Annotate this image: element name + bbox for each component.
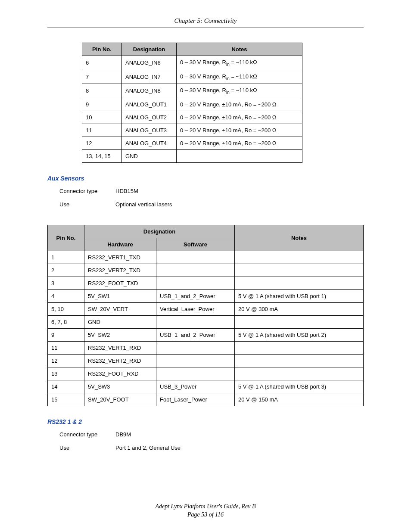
cell-hardware: 5V_SW1 (84, 289, 156, 302)
col-software: Software (156, 238, 235, 251)
cell-notes: 5 V @ 1 A (shared with USB port 1) (235, 289, 364, 302)
cell-pin-no: 8 (82, 84, 122, 98)
rs232-connector-type-label: Connector type (59, 431, 115, 438)
table-row: 95V_SW2USB_1_and_2_Power5 V @ 1 A (share… (48, 328, 364, 341)
cell-pin-no: 7 (82, 70, 122, 84)
col-notes: Notes (235, 225, 364, 251)
cell-notes: 20 V @ 300 mA (235, 302, 364, 315)
cell-designation: ANALOG_IN6 (122, 56, 177, 70)
cell-software (156, 277, 235, 289)
col-hardware: Hardware (84, 238, 156, 251)
table-header-row-1: Pin No. Designation Notes (48, 225, 364, 238)
cell-pin-no: 14 (48, 380, 84, 393)
cell-software (156, 264, 235, 277)
cell-notes (177, 149, 302, 162)
aux-sensors-title: Aux Sensors (47, 175, 364, 182)
rs232-title: RS232 1 & 2 (47, 418, 364, 425)
table-row: 9ANALOG_OUT10 – 20 V Range, ±10 mA, Ro =… (82, 98, 302, 111)
cell-notes (235, 354, 364, 367)
cell-notes: 20 V @ 150 mA (235, 393, 364, 406)
cell-designation: ANALOG_OUT4 (122, 137, 177, 149)
table-row: 13RS232_FOOT_RXD (48, 367, 364, 380)
cell-pin-no: 9 (82, 98, 122, 111)
cell-notes: 0 – 30 V Range, Rin = ~110 kΩ (177, 56, 302, 70)
table-row: 6ANALOG_IN60 – 30 V Range, Rin = ~110 kΩ (82, 56, 302, 70)
cell-pin-no: 4 (48, 289, 84, 302)
cell-software (156, 251, 235, 264)
cell-notes: 0 – 20 V Range, ±10 mA, Ro = ~200 Ω (177, 111, 302, 124)
cell-notes (235, 315, 364, 328)
header-rule (47, 27, 364, 28)
table-row: 11RS232_VERT1_RXD (48, 341, 364, 354)
cell-pin-no: 5, 10 (48, 302, 84, 315)
cell-pin-no: 1 (48, 251, 84, 264)
cell-pin-no: 11 (82, 124, 122, 137)
cell-software: USB_3_Power (156, 380, 235, 393)
cell-software: USB_1_and_2_Power (156, 289, 235, 302)
cell-hardware: RS232_FOOT_RXD (84, 367, 156, 380)
page-content: Chapter 5: Connectivity Pin No. Designat… (0, 0, 411, 532)
cell-notes: 5 V @ 1 A (shared with USB port 3) (235, 380, 364, 393)
rs232-use-value: Port 1 and 2, General Use (115, 445, 364, 451)
table-row: 8ANALOG_IN80 – 30 V Range, Rin = ~110 kΩ (82, 84, 302, 98)
table-row: 1RS232_VERT1_TXD (48, 251, 364, 264)
cell-hardware: RS232_FOOT_TXD (84, 277, 156, 289)
table-row: 15SW_20V_FOOTFoot_Laser_Power20 V @ 150 … (48, 393, 364, 406)
cell-pin-no: 9 (48, 328, 84, 341)
cell-designation: ANALOG_IN7 (122, 70, 177, 84)
connector-type-label: Connector type (59, 188, 115, 194)
table-row: 3RS232_FOOT_TXD (48, 277, 364, 289)
table-row: 13, 14, 15GND (82, 149, 302, 162)
table-row: 6, 7, 8GND (48, 315, 364, 328)
cell-pin-no: 12 (48, 354, 84, 367)
cell-pin-no: 10 (82, 111, 122, 124)
table-row: 45V_SW1USB_1_and_2_Power5 V @ 1 A (share… (48, 289, 364, 302)
cell-designation: ANALOG_OUT2 (122, 111, 177, 124)
chapter-header: Chapter 5: Connectivity (47, 17, 364, 27)
table-row: 11ANALOG_OUT30 – 20 V Range, ±10 mA, Ro … (82, 124, 302, 137)
cell-notes (235, 367, 364, 380)
cell-hardware: 5V_SW2 (84, 328, 156, 341)
rs232-use-label: Use (59, 445, 115, 451)
table-row: 5, 10SW_20V_VERTVertical_Laser_Power20 V… (48, 302, 364, 315)
cell-pin-no: 13, 14, 15 (82, 149, 122, 162)
rs232-use-row: Use Port 1 and 2, General Use (59, 445, 364, 451)
table-row: 2RS232_VERT2_TXD (48, 264, 364, 277)
cell-pin-no: 2 (48, 264, 84, 277)
cell-software (156, 367, 235, 380)
col-pin-no: Pin No. (48, 225, 84, 251)
use-label: Use (59, 201, 115, 208)
table-row: 145V_SW3USB_3_Power5 V @ 1 A (shared wit… (48, 380, 364, 393)
cell-pin-no: 6, 7, 8 (48, 315, 84, 328)
cell-notes (235, 277, 364, 289)
cell-hardware: SW_20V_VERT (84, 302, 156, 315)
table-row: 10ANALOG_OUT20 – 20 V Range, ±10 mA, Ro … (82, 111, 302, 124)
cell-software (156, 354, 235, 367)
table-row: 7ANALOG_IN70 – 30 V Range, Rin = ~110 kΩ (82, 70, 302, 84)
cell-designation: ANALOG_OUT3 (122, 124, 177, 137)
use-row: Use Optional vertical lasers (59, 201, 364, 208)
cell-hardware: RS232_VERT2_RXD (84, 354, 156, 367)
cell-software: USB_1_and_2_Power (156, 328, 235, 341)
col-designation: Designation (122, 43, 177, 56)
cell-notes (235, 341, 364, 354)
cell-notes: 0 – 20 V Range, ±10 mA, Ro = ~200 Ω (177, 98, 302, 111)
cell-notes: 0 – 30 V Range, Rin = ~110 kΩ (177, 84, 302, 98)
cell-hardware: RS232_VERT1_RXD (84, 341, 156, 354)
cell-software (156, 341, 235, 354)
cell-software: Foot_Laser_Power (156, 393, 235, 406)
use-value: Optional vertical lasers (115, 201, 364, 208)
cell-hardware: 5V_SW3 (84, 380, 156, 393)
cell-notes: 0 – 30 V Range, Rin = ~110 kΩ (177, 70, 302, 84)
cell-hardware: GND (84, 315, 156, 328)
table-header-row: Pin No. Designation Notes (82, 43, 302, 56)
cell-designation: GND (122, 149, 177, 162)
cell-pin-no: 12 (82, 137, 122, 149)
cell-hardware: RS232_VERT1_TXD (84, 251, 156, 264)
col-notes: Notes (177, 43, 302, 56)
connector-type-row: Connector type HDB15M (59, 188, 364, 194)
cell-hardware: RS232_VERT2_TXD (84, 264, 156, 277)
cell-pin-no: 6 (82, 56, 122, 70)
analog-io-table: Pin No. Designation Notes 6ANALOG_IN60 –… (82, 43, 302, 163)
cell-notes (235, 264, 364, 277)
